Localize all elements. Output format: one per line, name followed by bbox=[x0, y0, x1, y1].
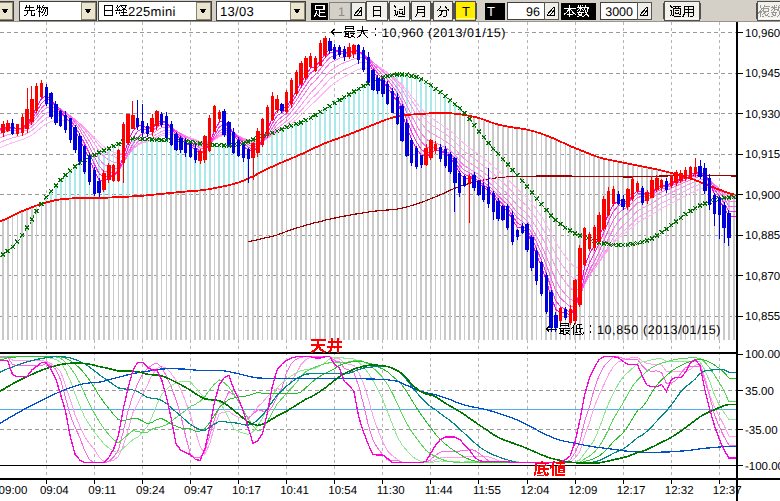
svg-text:10,885: 10,885 bbox=[745, 230, 780, 242]
svg-text:09:11: 09:11 bbox=[88, 485, 116, 497]
svg-text:10,855: 10,855 bbox=[745, 311, 780, 323]
svg-text:10:54: 10:54 bbox=[328, 485, 357, 497]
svg-text:-100.00: -100.00 bbox=[745, 461, 780, 473]
svg-text:09:24: 09:24 bbox=[136, 485, 165, 497]
svg-text:10,930: 10,930 bbox=[745, 109, 780, 121]
svg-text:11:55: 11:55 bbox=[473, 485, 501, 497]
svg-text:96: 96 bbox=[526, 5, 540, 19]
svg-text:10:41: 10:41 bbox=[280, 485, 309, 497]
svg-text:-35.00: -35.00 bbox=[745, 425, 778, 437]
svg-text:11:30: 11:30 bbox=[377, 485, 405, 497]
svg-text:3000: 3000 bbox=[605, 5, 633, 19]
svg-text:225mini: 225mini bbox=[128, 4, 175, 19]
svg-text:10,945: 10,945 bbox=[745, 68, 780, 80]
svg-text:10,915: 10,915 bbox=[745, 149, 780, 161]
svg-text:35.00: 35.00 bbox=[745, 386, 774, 398]
svg-text:09:04: 09:04 bbox=[40, 485, 69, 497]
svg-text:12:32: 12:32 bbox=[665, 485, 694, 497]
svg-text:09:00: 09:00 bbox=[0, 485, 27, 497]
svg-text:1: 1 bbox=[338, 5, 345, 19]
svg-text:11:44: 11:44 bbox=[425, 485, 454, 497]
svg-text:13/03: 13/03 bbox=[220, 4, 254, 19]
svg-text:10,900: 10,900 bbox=[745, 190, 780, 202]
svg-text:T: T bbox=[487, 4, 495, 19]
svg-text:10,960 (2013/01/15): 10,960 (2013/01/15) bbox=[382, 26, 506, 40]
svg-text:10:17: 10:17 bbox=[232, 485, 261, 497]
svg-text:10,850 (2013/01/15): 10,850 (2013/01/15) bbox=[597, 323, 721, 337]
svg-text:12:09: 12:09 bbox=[569, 485, 598, 497]
svg-text:100.00: 100.00 bbox=[745, 349, 780, 361]
svg-text:10,870: 10,870 bbox=[745, 271, 780, 283]
svg-text:09:47: 09:47 bbox=[184, 485, 213, 497]
svg-text:12:17: 12:17 bbox=[617, 485, 646, 497]
svg-text:10,960: 10,960 bbox=[745, 28, 780, 40]
svg-text:T: T bbox=[462, 4, 470, 19]
svg-text:12:04: 12:04 bbox=[521, 485, 550, 497]
